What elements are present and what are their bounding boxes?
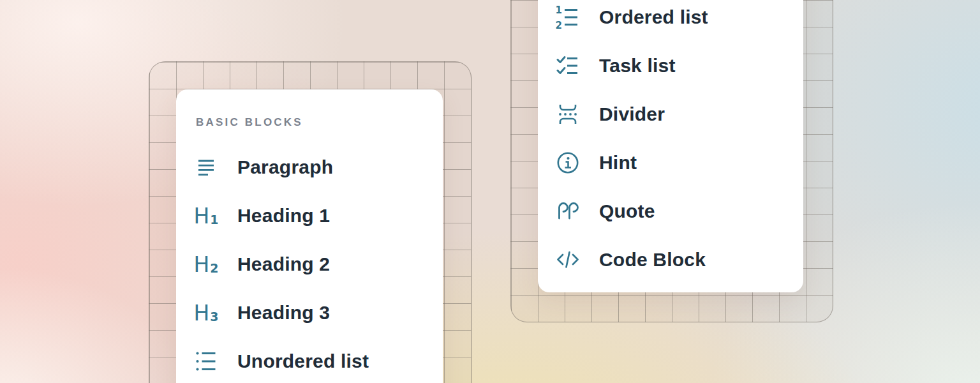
menu-item-label: Heading 1 [237, 205, 330, 227]
menu-item-label: Hint [599, 152, 637, 174]
menu-item-label: Code Block [599, 249, 706, 271]
menu-item-heading-3[interactable]: H3 Heading 3 [176, 289, 443, 337]
menu-item-label: Heading 2 [237, 253, 330, 275]
svg-text:2: 2 [556, 20, 562, 29]
basic-blocks-menu: BASIC BLOCKS Paragraph H1 Heading 1 H2 H… [176, 89, 443, 383]
menu-item-code-block[interactable]: Code Block [538, 236, 803, 284]
menu-item-label: Paragraph [237, 156, 333, 178]
unordered-list-icon [194, 349, 218, 373]
code-block-icon [556, 248, 580, 272]
menu-item-heading-1[interactable]: H1 Heading 1 [176, 192, 443, 240]
menu-item-task-list[interactable]: Task list [538, 41, 803, 90]
menu-item-hint[interactable]: Hint [538, 139, 803, 187]
menu-item-ordered-list[interactable]: 1 2 Ordered list [538, 0, 803, 41]
task-list-icon [556, 54, 580, 78]
menu-item-label: Divider [599, 103, 665, 125]
heading-2-icon: H2 [194, 252, 218, 276]
heading-1-icon: H1 [194, 204, 218, 228]
menu-item-unordered-list[interactable]: Unordered list [176, 337, 443, 383]
svg-text:1: 1 [556, 5, 562, 16]
blocks-list: 1 2 Ordered list Task list [538, 0, 803, 284]
menu-item-label: Unordered list [237, 350, 369, 372]
menu-item-label: Ordered list [599, 6, 708, 28]
basic-blocks-list: Paragraph H1 Heading 1 H2 Heading 2 H3 H… [176, 143, 443, 383]
section-title: BASIC BLOCKS [196, 116, 443, 129]
menu-item-label: Task list [599, 55, 676, 77]
quote-icon [556, 199, 580, 223]
menu-item-heading-2[interactable]: H2 Heading 2 [176, 240, 443, 289]
heading-3-icon: H3 [194, 301, 218, 325]
menu-item-paragraph[interactable]: Paragraph [176, 143, 443, 192]
paragraph-icon [194, 155, 218, 179]
ordered-list-icon: 1 2 [556, 5, 580, 29]
menu-item-label: Quote [599, 200, 655, 222]
divider-icon [556, 102, 580, 126]
menu-item-quote[interactable]: Quote [538, 187, 803, 236]
hint-icon [556, 151, 580, 175]
blocks-menu-continued: 1 2 Ordered list Task list [538, 0, 803, 292]
menu-item-label: Heading 3 [237, 302, 330, 324]
menu-item-divider[interactable]: Divider [538, 90, 803, 139]
